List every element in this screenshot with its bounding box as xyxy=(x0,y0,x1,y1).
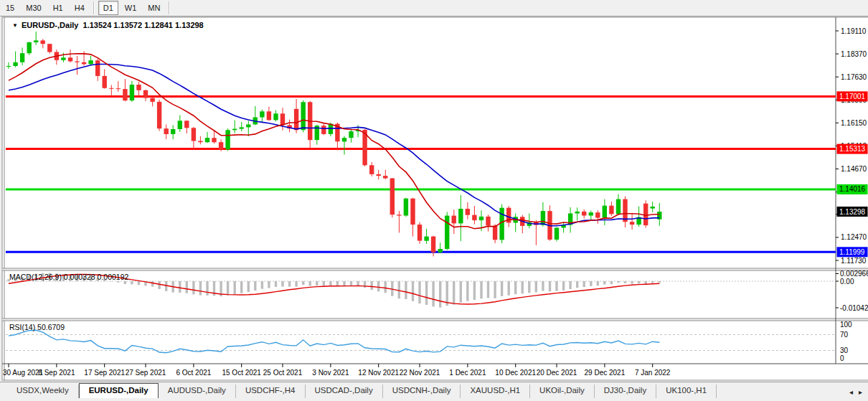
chart-tab-usdchf-h4[interactable]: USDCHF-,H4 xyxy=(236,385,306,398)
chart-canvas[interactable] xyxy=(2,17,868,381)
chart-tab-ukoil-daily[interactable]: UKOil-,Daily xyxy=(530,385,595,398)
timeframe-button-w1[interactable]: W1 xyxy=(120,1,142,15)
chart-tab-usdcad-daily[interactable]: USDCAD-,Daily xyxy=(306,385,383,398)
tab-scroll-right-icon[interactable]: ▸ xyxy=(859,388,862,396)
chart-tab-dj30-daily[interactable]: DJ30-,Daily xyxy=(595,385,656,398)
chart-tab-xauusd-h1[interactable]: XAUUSD-,H1 xyxy=(461,385,530,398)
mt4-chart-window: 15M30H1H4D1W1MN ▼EURUSD-,Daily 1.13524 1… xyxy=(0,0,868,401)
timeframe-toolbar: 15M30H1H4D1W1MN xyxy=(0,0,868,16)
chart-tab-audusd-daily[interactable]: AUDUSD-,Daily xyxy=(159,385,236,398)
chart-tab-eurusd-daily[interactable]: EURUSD-,Daily xyxy=(79,383,159,398)
chart-tab-usdx-weekly[interactable]: USDX,Weekly xyxy=(7,385,79,398)
timeframe-button-mn[interactable]: MN xyxy=(143,1,165,15)
timeframe-button-h4[interactable]: H4 xyxy=(70,1,90,15)
tab-scroll-arrows: ◂▸ xyxy=(849,382,868,401)
timeframe-button-h1[interactable]: H1 xyxy=(48,1,68,15)
toolbar-separator xyxy=(93,1,95,14)
chart-tab-bar: USDX,WeeklyEURUSD-,DailyAUDUSD-,DailyUSD… xyxy=(0,382,868,401)
timeframe-button-m30[interactable]: M30 xyxy=(21,1,46,15)
timeframe-button-d1[interactable]: D1 xyxy=(98,1,118,15)
chart-tab-usdcnh-daily[interactable]: USDCNH-,Daily xyxy=(383,385,461,398)
timeframe-button-15[interactable]: 15 xyxy=(1,1,19,15)
toolbar-separator xyxy=(169,1,170,14)
chart-tab-uk100-h1[interactable]: UK100-,H1 xyxy=(656,385,717,398)
tab-scroll-left-icon[interactable]: ◂ xyxy=(849,388,853,396)
